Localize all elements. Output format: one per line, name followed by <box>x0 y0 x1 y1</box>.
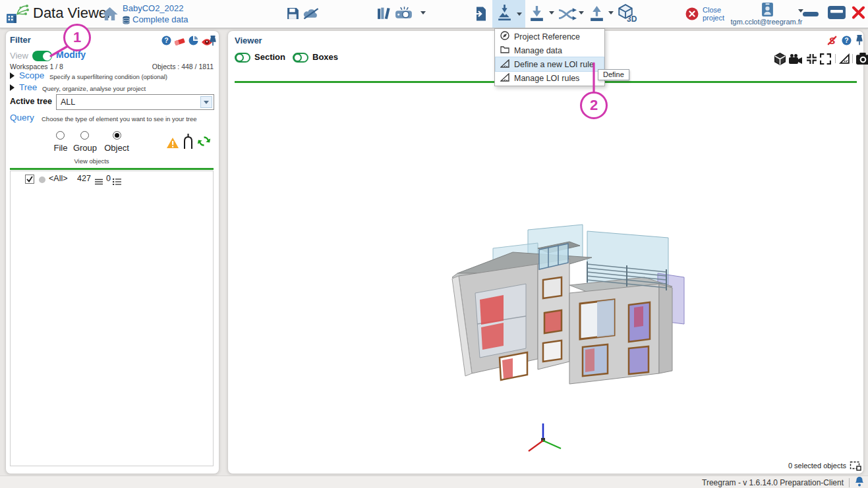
radio-group[interactable] <box>80 131 89 140</box>
list-icon <box>95 176 103 188</box>
radio-group-label[interactable]: Group <box>71 143 100 153</box>
cloud-off-icon[interactable] <box>303 7 320 20</box>
library-icon[interactable] <box>377 7 392 20</box>
loi-define-button[interactable] <box>492 0 525 28</box>
transfer-icon[interactable] <box>558 7 577 21</box>
menu-item-project-reference[interactable]: Project Reference <box>496 30 604 43</box>
menu-item-define-loi-rule[interactable]: Define a new LOI rule <box>496 57 604 71</box>
refresh-icon[interactable] <box>197 135 211 150</box>
scope-label[interactable]: Scope <box>19 70 44 80</box>
database-icon <box>123 15 130 27</box>
pin-icon[interactable] <box>209 35 217 49</box>
close-window-icon[interactable] <box>852 6 865 22</box>
toolbar-divider <box>852 54 853 63</box>
scope-expander-icon[interactable] <box>10 72 14 79</box>
snapshot-icon[interactable] <box>856 53 868 67</box>
download-icon[interactable] <box>529 5 545 22</box>
toggle-knob <box>293 53 302 62</box>
menu-item-manage-data[interactable]: Manage data <box>496 43 604 57</box>
viewer-help-icon[interactable]: ? <box>842 36 852 48</box>
user-badge-icon[interactable] <box>762 3 773 19</box>
axis-gizmo-icon <box>525 421 564 456</box>
bell-icon[interactable] <box>855 476 864 488</box>
sync-off-icon[interactable]: S <box>826 35 838 49</box>
status-bar: Treegram - v 1.6.14.0 Preparation-Client <box>0 475 868 488</box>
viewer-pin-icon[interactable] <box>855 34 863 48</box>
tree-structure-icon[interactable] <box>181 133 195 152</box>
toolbar-divider <box>835 54 836 63</box>
radio-file[interactable] <box>56 131 65 140</box>
viewer-title: Viewer <box>235 36 262 45</box>
import-file-icon[interactable] <box>473 6 486 22</box>
filter-panel: Filter ? View Modify Workspaces 1 / 8 Ob… <box>5 30 219 474</box>
maximize-button[interactable] <box>828 6 846 22</box>
menu-item-label: Project Reference <box>514 32 580 41</box>
app-title: Data Viewer <box>33 5 111 22</box>
menu-item-manage-loi-rules[interactable]: Manage LOI rules <box>496 71 604 85</box>
measure-icon[interactable] <box>839 53 850 67</box>
toggle-knob <box>43 52 51 61</box>
folder-icon <box>500 45 509 55</box>
collapse-icon[interactable] <box>806 53 817 67</box>
define-tooltip: Define <box>598 69 629 80</box>
row-checkbox[interactable] <box>25 175 34 186</box>
filter-title: Filter <box>10 35 31 45</box>
save-icon[interactable] <box>286 7 300 20</box>
loi-dropdown-menu: Project Reference Manage data Define a n… <box>494 28 605 86</box>
expand-icon[interactable] <box>820 53 831 67</box>
warning-icon <box>166 137 179 151</box>
radio-object[interactable] <box>113 131 121 140</box>
active-tree-label: Active tree <box>10 97 52 106</box>
row-status-dot <box>39 176 45 183</box>
set-square-icon <box>500 73 509 84</box>
transfer-caret-icon[interactable] <box>579 11 584 14</box>
svg-text:?: ? <box>844 36 848 44</box>
objects-count: Objects : 448 / 1811 <box>111 63 214 70</box>
home-icon[interactable] <box>101 7 119 21</box>
filter-separator-line <box>10 168 214 170</box>
pie-chart-icon[interactable] <box>188 36 198 48</box>
tree-expander-icon[interactable] <box>10 84 14 91</box>
loi-define-icon <box>496 4 513 24</box>
tree-results-box: <All> 427 0 <box>10 171 214 466</box>
projector-caret-icon[interactable] <box>420 11 426 14</box>
row-label: <All> <box>49 174 68 183</box>
boxes-label: Boxes <box>312 52 338 62</box>
eraser-icon[interactable] <box>174 37 186 49</box>
query-label: Query <box>10 113 34 122</box>
section-label: Section <box>254 52 285 62</box>
top-bar: Data Viewer BabyCO2_2022 Complete data <box>0 0 868 28</box>
minimize-button[interactable] <box>803 12 819 16</box>
view-3d-label: 3D <box>627 14 637 24</box>
user-menu-caret-icon[interactable] <box>798 9 803 13</box>
section-toggle[interactable] <box>235 53 250 63</box>
grid-list-icon <box>113 176 121 188</box>
view-objects-label: View objects <box>45 157 138 165</box>
active-tree-value: ALL <box>57 97 75 107</box>
toggle-knob <box>235 53 244 62</box>
view-modify-toggle[interactable] <box>32 51 52 61</box>
workspaces-count: Workspaces 1 / 8 <box>10 63 63 70</box>
radio-object-label[interactable]: Object <box>102 143 131 153</box>
view-3d-icon[interactable]: 3D <box>617 4 634 20</box>
user-email: tgm.cclot@treegram.fr <box>722 18 811 26</box>
tree-label[interactable]: Tree <box>19 82 37 92</box>
tree-row[interactable]: <All> 427 0 <box>11 171 213 187</box>
boxes-toggle[interactable] <box>293 53 308 63</box>
status-divider <box>849 478 850 487</box>
projector-icon[interactable] <box>394 6 415 22</box>
view-label: View <box>10 51 28 61</box>
active-tree-select[interactable]: ALL <box>56 94 214 110</box>
help-icon[interactable]: ? <box>161 36 171 48</box>
close-project-icon[interactable] <box>685 7 699 20</box>
viewer-3d-canvas[interactable] <box>228 84 862 472</box>
video-camera-icon[interactable] <box>789 54 803 67</box>
cube-icon[interactable] <box>774 53 786 68</box>
row-count-secondary: 0 <box>106 174 111 183</box>
upload-icon[interactable] <box>589 5 605 22</box>
version-text: Treegram - v 1.6.14.0 Preparation-Client <box>702 478 844 487</box>
building-3d-model <box>439 222 689 399</box>
annotation-step-2: 2 <box>580 92 608 119</box>
download-caret-icon[interactable] <box>549 11 554 14</box>
upload-caret-icon[interactable] <box>608 11 614 14</box>
